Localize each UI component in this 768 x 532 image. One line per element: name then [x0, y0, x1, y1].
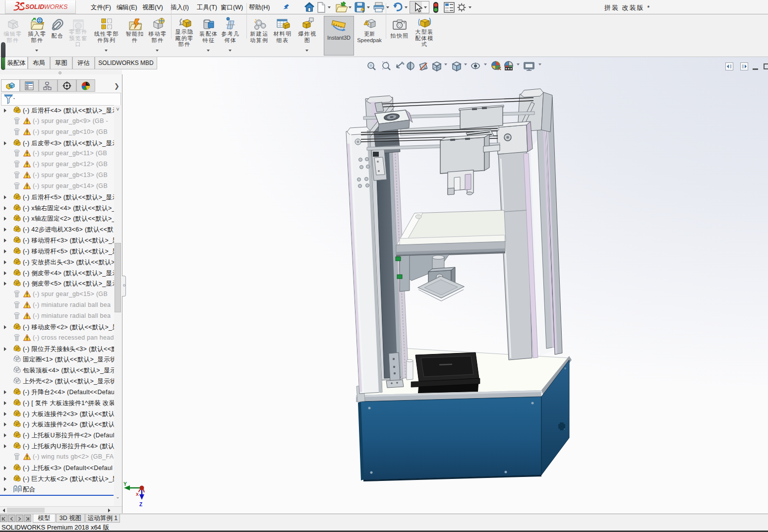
svg-text:Y: Y	[123, 481, 127, 487]
svg-text:X: X	[136, 492, 139, 497]
svg-text:SOLID: SOLID	[25, 3, 44, 10]
svg-text:Z: Z	[139, 502, 142, 507]
svg-text:!: !	[365, 21, 367, 25]
svg-text:WORKS: WORKS	[44, 3, 68, 10]
svg-text:A: A	[423, 65, 426, 70]
svg-text:!: !	[362, 9, 364, 13]
